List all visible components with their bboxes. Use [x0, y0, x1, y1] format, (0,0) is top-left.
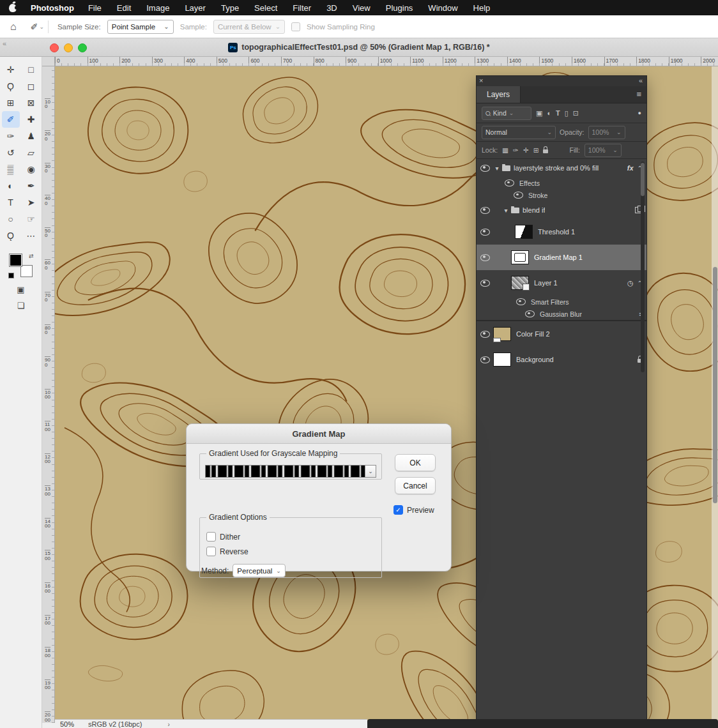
panel-scrollbar-track[interactable]	[641, 162, 645, 372]
apple-logo-icon[interactable]	[9, 4, 17, 12]
tool-button[interactable]: T	[2, 194, 20, 211]
visibility-toggle[interactable]	[477, 331, 493, 338]
tool-button[interactable]: ◉	[22, 161, 40, 178]
layer-row-gaussian-blur[interactable]: Gaussian Blur =	[477, 308, 646, 320]
adjustment-layer-filter-icon[interactable]: ◐	[547, 109, 551, 117]
pixel-layer-filter-icon[interactable]: ▣	[536, 109, 542, 118]
ruler-origin-corner[interactable]	[42, 56, 55, 66]
vertical-ruler[interactable]: 1002003004005006007008009001000110012001…	[42, 66, 55, 723]
menu-item[interactable]: View	[353, 3, 370, 13]
layer-name[interactable]: Background	[516, 356, 554, 363]
app-menu[interactable]: Photoshop	[31, 3, 74, 13]
sample-size-dropdown[interactable]: Point Sample ⌄	[107, 20, 174, 34]
menu-item[interactable]: Filter	[293, 3, 311, 13]
tool-button[interactable]: ➤	[22, 194, 40, 211]
gradient-map-thumbnail[interactable]	[511, 250, 529, 264]
gradient-preview[interactable]	[205, 465, 365, 478]
tool-button[interactable]: ✚	[22, 111, 40, 128]
layer-row-gradient-map[interactable]: Gradient Map 1	[477, 245, 646, 270]
smart-object-thumbnail[interactable]	[511, 276, 529, 290]
lock-artboard-icon[interactable]: ⊞	[533, 146, 539, 154]
background-color-swatch[interactable]	[20, 265, 33, 277]
horizontal-ruler[interactable]: 0100200300400500600700800900100011001200…	[55, 56, 718, 66]
kind-filter-dropdown[interactable]: Ǫ Kind ⌄	[482, 107, 531, 120]
menu-item[interactable]: Type	[221, 3, 239, 13]
dialog-title-bar[interactable]: Gradient Map	[187, 424, 451, 444]
default-colors-icon[interactable]	[8, 273, 14, 278]
menu-item[interactable]: Edit	[117, 3, 131, 13]
tool-button[interactable]: ◐	[2, 178, 20, 194]
eye-icon[interactable]	[514, 192, 523, 199]
quick-mask-button[interactable]: ▣	[17, 285, 24, 294]
menu-item[interactable]: 3D	[326, 3, 337, 13]
stroke-effect-label[interactable]: Stroke	[528, 192, 547, 199]
layer-row-effects[interactable]: Effects	[477, 177, 646, 189]
menu-item[interactable]: Select	[254, 3, 277, 13]
background-thumbnail[interactable]	[493, 353, 511, 367]
menu-item[interactable]: Window	[428, 3, 457, 13]
lock-image-pixels-icon[interactable]: ✑	[513, 146, 519, 154]
fx-badge[interactable]: fx	[627, 164, 634, 172]
tool-button[interactable]: ✛	[2, 61, 20, 78]
tool-button[interactable]: ♟	[22, 128, 40, 144]
tool-button[interactable]: Ϙ	[2, 78, 20, 95]
tool-button[interactable]: ○	[2, 211, 20, 227]
tool-button[interactable]: ⋯	[22, 227, 40, 244]
smart-object-filter-icon[interactable]: ⊡	[573, 109, 579, 118]
layer-name[interactable]: Layer 1	[534, 279, 558, 287]
panel-collapse-icon[interactable]: «	[3, 40, 6, 47]
eye-icon[interactable]	[525, 310, 535, 317]
layer-row-group[interactable]: ▾ layerstyle stroke and 0% fill fx ⌃	[477, 159, 646, 177]
tool-button[interactable]: Ǫ	[2, 227, 20, 244]
dither-checkbox[interactable]	[206, 532, 216, 542]
tab-layers[interactable]: Layers	[477, 86, 521, 103]
layer-row-threshold[interactable]: Threshold 1	[477, 219, 646, 245]
effects-label[interactable]: Effects	[519, 179, 540, 187]
layer-name[interactable]: blend if	[523, 206, 545, 214]
lock-transparent-pixels-icon[interactable]: ▦	[502, 146, 508, 154]
show-sampling-ring-checkbox[interactable]	[291, 22, 300, 31]
swap-colors-icon[interactable]: ⇄	[29, 253, 34, 259]
panel-menu-icon[interactable]: ≡	[636, 89, 641, 99]
menu-item[interactable]: Help	[473, 3, 491, 13]
group-expander-icon[interactable]: ▾	[502, 207, 510, 214]
tool-button[interactable]: ⊞	[2, 95, 20, 111]
threshold-thumbnail[interactable]	[515, 225, 533, 239]
close-window-button[interactable]	[50, 43, 59, 52]
filter-toggle-icon[interactable]: ●	[638, 110, 641, 116]
method-dropdown[interactable]: Perceptual ⌄	[233, 564, 286, 577]
layer-row-background[interactable]: Background	[477, 347, 646, 372]
type-layer-filter-icon[interactable]: T	[556, 109, 560, 117]
eye-icon[interactable]	[516, 298, 526, 305]
menu-item[interactable]: File	[88, 3, 102, 13]
document-profile-dropdown[interactable]: sRGB v2 (16bpc) ›	[88, 720, 170, 728]
tool-button[interactable]: □	[22, 61, 40, 78]
menu-item[interactable]: Image	[146, 3, 169, 13]
layer-row-smart-filters[interactable]: Smart Filters	[477, 296, 646, 308]
tool-button[interactable]: ☞	[22, 211, 40, 227]
layer-row-stroke[interactable]: Stroke	[477, 189, 646, 201]
ok-button[interactable]: OK	[395, 454, 436, 471]
minimize-window-button[interactable]	[64, 43, 73, 52]
visibility-toggle[interactable]	[477, 280, 493, 287]
group-expander-icon[interactable]: ▾	[493, 165, 501, 172]
tool-button[interactable]: ⊠	[22, 95, 40, 111]
visibility-toggle[interactable]	[477, 254, 493, 261]
tool-button[interactable]: ✑	[2, 128, 20, 144]
menu-item[interactable]: Plugins	[386, 3, 413, 13]
tool-button[interactable]: ▱	[22, 144, 40, 161]
color-fill-thumbnail[interactable]	[493, 327, 511, 341]
panel-scrollbar-thumb[interactable]	[641, 163, 645, 196]
layer-row-group-blend-if[interactable]: ▾ blend if	[477, 201, 646, 219]
visibility-toggle[interactable]	[477, 165, 493, 172]
clock-icon[interactable]: ◷	[627, 279, 634, 287]
gaussian-blur-label[interactable]: Gaussian Blur	[540, 310, 582, 318]
tool-button[interactable]: ↺	[2, 144, 20, 161]
tool-button[interactable]: ◻	[22, 78, 40, 95]
visibility-toggle[interactable]	[477, 207, 493, 214]
eye-icon[interactable]	[505, 179, 514, 186]
shape-layer-filter-icon[interactable]: ▯	[565, 109, 569, 118]
zoom-level-field[interactable]: 50%	[57, 720, 77, 728]
gradient-picker-button[interactable]: ⌄	[365, 465, 376, 478]
reverse-checkbox[interactable]	[206, 547, 216, 556]
